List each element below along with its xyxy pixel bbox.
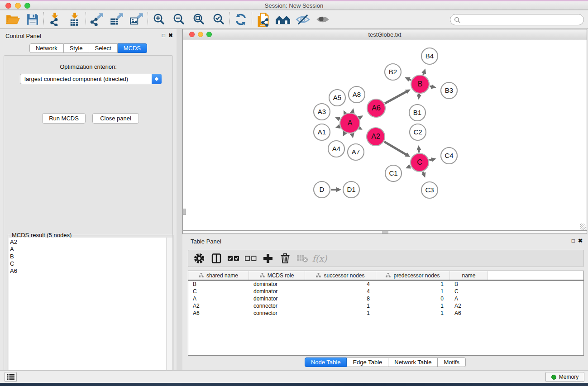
arrowhead-icon bbox=[417, 95, 421, 100]
search-input[interactable] bbox=[463, 16, 580, 23]
tab-node-table[interactable]: Node Table bbox=[305, 357, 347, 367]
edge-A2-C[interactable] bbox=[384, 142, 407, 155]
cell-shared_name: A6 bbox=[188, 310, 249, 317]
close-panel-icon[interactable]: ✖ bbox=[168, 32, 173, 38]
table-row[interactable]: Cdominator41C bbox=[188, 288, 583, 295]
hide-panel-button[interactable] bbox=[293, 11, 313, 28]
hide-panel-icon bbox=[296, 13, 310, 26]
graph-node-label: C3 bbox=[425, 186, 434, 194]
search-box[interactable] bbox=[450, 14, 584, 25]
zoom-out-icon bbox=[172, 13, 186, 26]
float-panel-icon[interactable]: □ bbox=[162, 32, 165, 38]
import-table-button[interactable] bbox=[65, 11, 85, 28]
column-header-successor-nodes[interactable]: successor nodes bbox=[305, 271, 376, 280]
open-file-button[interactable] bbox=[3, 11, 23, 28]
memory-status-icon bbox=[551, 375, 556, 380]
table-row[interactable]: A6connector11A6 bbox=[188, 310, 583, 317]
table-row[interactable]: A2connector11A2 bbox=[188, 302, 583, 310]
network-window-title: testGlobe.txt bbox=[183, 31, 587, 38]
table-row[interactable]: Bdominator41B bbox=[188, 281, 583, 288]
select-all-button[interactable] bbox=[226, 251, 241, 266]
cell-name: A6 bbox=[450, 310, 488, 317]
import-network-button[interactable] bbox=[45, 11, 65, 28]
home-panels-icon bbox=[275, 13, 291, 26]
optimization-criterion-label: Optimization criterion: bbox=[4, 63, 172, 70]
arrowhead-icon bbox=[416, 145, 421, 150]
export-image-button[interactable] bbox=[127, 11, 147, 28]
home-panels-button[interactable] bbox=[273, 11, 293, 28]
mcds-result-item[interactable]: C bbox=[10, 260, 166, 267]
network-window-titlebar: testGlobe.txt bbox=[183, 29, 587, 40]
zoom-in-button[interactable] bbox=[149, 11, 169, 28]
function-builder-button: f(x) bbox=[312, 251, 327, 266]
memory-button[interactable]: Memory bbox=[545, 372, 584, 382]
column-header-MCDS-role[interactable]: MCDS role bbox=[249, 271, 305, 280]
open-file-icon bbox=[5, 13, 20, 26]
mcds-result-item[interactable]: A bbox=[10, 246, 166, 253]
delete-button[interactable] bbox=[278, 251, 292, 266]
tab-motifs[interactable]: Motifs bbox=[438, 357, 466, 367]
window-resize-grip[interactable] bbox=[580, 224, 586, 230]
cell-predecessor_nodes: 1 bbox=[376, 281, 450, 288]
columns-button[interactable] bbox=[209, 251, 224, 266]
network-horizontal-scrollbar-thumb[interactable] bbox=[382, 231, 388, 234]
cell-successor_nodes: 1 bbox=[305, 310, 376, 317]
graph-node-label: B3 bbox=[445, 86, 453, 94]
tree-icon bbox=[316, 273, 321, 278]
graph-node-label: A3 bbox=[318, 108, 326, 115]
deselect-all-icon bbox=[244, 255, 257, 262]
network-horizontal-scrollbar[interactable] bbox=[183, 230, 587, 234]
chevron-updown-icon bbox=[152, 74, 162, 84]
zoom-selected-button[interactable] bbox=[209, 11, 229, 28]
delete-table-button bbox=[295, 251, 310, 266]
zoom-fit-button[interactable] bbox=[189, 11, 209, 28]
network-vertical-scrollbar-thumb[interactable] bbox=[183, 209, 186, 215]
copy-network-button[interactable] bbox=[253, 11, 273, 28]
toolbar-separator bbox=[86, 12, 86, 27]
result-list-scrollbar[interactable] bbox=[167, 238, 172, 384]
deselect-all-button[interactable] bbox=[244, 251, 258, 266]
mcds-tab-content: Optimization criterion: largest connecte… bbox=[4, 55, 173, 386]
add-button[interactable] bbox=[261, 251, 275, 266]
graph-node-label: A6 bbox=[372, 104, 381, 112]
float-table-panel-icon[interactable]: □ bbox=[572, 238, 575, 244]
tab-network[interactable]: Network bbox=[29, 43, 64, 53]
tab-mcds[interactable]: MCDS bbox=[118, 43, 147, 53]
tab-select[interactable]: Select bbox=[89, 43, 118, 53]
export-network-button[interactable] bbox=[87, 11, 107, 28]
cell-successor_nodes: 8 bbox=[305, 295, 376, 302]
column-header-predecessor-nodes[interactable]: predecessor nodes bbox=[376, 271, 450, 280]
save-session-icon bbox=[26, 13, 39, 26]
export-table-button[interactable] bbox=[107, 11, 127, 28]
mcds-result-list[interactable]: A2ABCA6 bbox=[9, 238, 167, 384]
mcds-result-item[interactable]: A6 bbox=[10, 267, 166, 275]
save-session-button[interactable] bbox=[23, 11, 43, 28]
tab-edge-table[interactable]: Edge Table bbox=[347, 357, 388, 367]
network-canvas[interactable]: B4B2BB3A5A8A6B1A3AC2A1A2A4A7C4CC1C3DD1 bbox=[183, 41, 587, 231]
refresh-icon bbox=[234, 13, 248, 26]
mcds-result-item[interactable]: A2 bbox=[10, 238, 166, 246]
list-icon bbox=[7, 374, 14, 380]
column-header-shared-name[interactable]: shared name bbox=[188, 271, 249, 280]
tab-style[interactable]: Style bbox=[64, 43, 89, 53]
cell-successor_nodes: 4 bbox=[305, 281, 376, 288]
refresh-button[interactable] bbox=[231, 11, 251, 28]
show-panel-button[interactable] bbox=[313, 11, 333, 28]
zoom-out-button[interactable] bbox=[169, 11, 189, 28]
gear-button[interactable] bbox=[192, 251, 206, 266]
tab-network-table[interactable]: Network Table bbox=[388, 357, 438, 367]
tree-icon bbox=[386, 273, 391, 278]
main-toolbar bbox=[0, 10, 588, 29]
edge-A6-B[interactable] bbox=[385, 91, 407, 104]
task-history-button[interactable] bbox=[5, 372, 17, 382]
graph-node-label: A1 bbox=[318, 128, 326, 136]
node-table[interactable]: shared nameMCDS rolesuccessor nodesprede… bbox=[188, 271, 584, 356]
criterion-select[interactable]: largest connected component (directed) bbox=[20, 74, 162, 84]
mcds-result-item[interactable]: B bbox=[10, 253, 166, 260]
column-header-name[interactable]: name bbox=[450, 271, 488, 280]
graph-node-label: D bbox=[320, 186, 325, 193]
table-row[interactable]: Adominator80A bbox=[188, 295, 583, 302]
run-mcds-button[interactable]: Run MCDS bbox=[42, 113, 86, 124]
close-panel-button[interactable]: Close panel bbox=[92, 113, 139, 124]
close-table-panel-icon[interactable]: ✖ bbox=[578, 238, 583, 244]
